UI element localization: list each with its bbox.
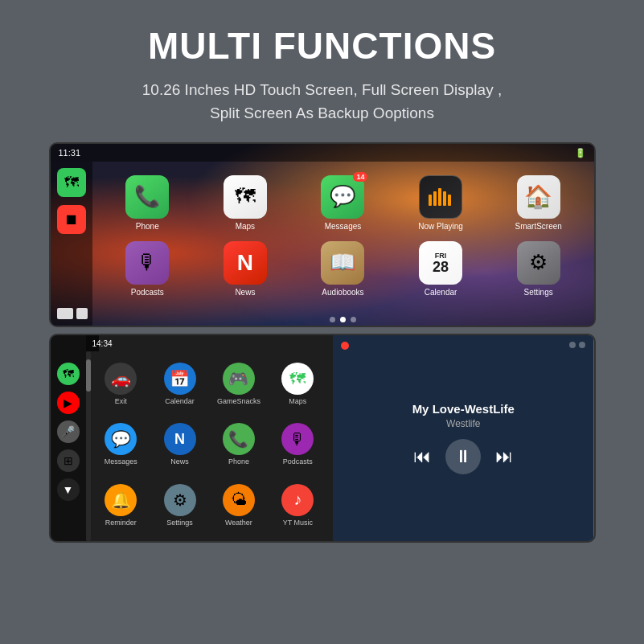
carplay-page-dots [92, 317, 594, 322]
carplay-view-toggle[interactable] [57, 308, 88, 319]
page-title: MULTI FUNCTIONS [148, 24, 496, 68]
android-app-icon-0: 🚗 [105, 363, 137, 395]
carplay-time: 11:31 [59, 148, 81, 158]
android-app-news[interactable]: NNews [151, 415, 208, 474]
android-app-label-4: Messages [105, 457, 137, 466]
android-app-reminder[interactable]: 🔔Reminder [92, 476, 150, 535]
android-app-icon-3: 🗺 [281, 363, 314, 395]
android-sidebar: 14:34 🗺 ▶ 🎤 ⊞ ▼ [51, 335, 86, 541]
play-pause-button[interactable]: ⏸ [445, 439, 481, 474]
android-app-icon-9: ⚙ [164, 484, 196, 516]
music-track-info: My Love-WestLife Westlife [412, 402, 515, 429]
music-panel: My Love-WestLife Westlife ⏮ ⏸ ⏭ [333, 335, 593, 541]
indicator-3 [579, 342, 585, 348]
android-app-maps[interactable]: 🗺Maps [269, 355, 326, 413]
carplay-app-icon-8: FRI28 [419, 241, 462, 285]
android-app-exit[interactable]: 🚗Exit [92, 355, 150, 413]
carplay-app-podcasts[interactable]: 🎙Podcasts [100, 237, 195, 300]
android-app-icon-8: 🔔 [105, 484, 137, 516]
indicator-2 [569, 342, 576, 348]
carplay-app-icon-9: ⚙ [517, 241, 560, 285]
carplay-app-smartscreen[interactable]: 🏠SmartScreen [491, 171, 586, 234]
carplay-app-label-7: Audiobooks [322, 288, 363, 297]
carplay-app-label-4: SmartScreen [515, 222, 562, 231]
carplay-app-icon-2: 💬14 [321, 175, 364, 219]
android-app-label-8: Reminder [105, 519, 137, 527]
carplay-app-now-playing[interactable]: Now Playing [393, 171, 488, 234]
carplay-app-icon-1: 🗺 [224, 175, 267, 219]
music-controls: ⏮ ⏸ ⏭ [413, 439, 513, 474]
sidebar-stop-icon[interactable]: ⏹ [57, 205, 86, 234]
android-nav-mic[interactable]: 🎤 [57, 420, 80, 443]
android-panel: 14:34 🗺 ▶ 🎤 ⊞ ▼ 🚗Exit📅Calendar🎮GameSnack… [51, 335, 334, 541]
carplay-app-icon-0: 📞 [125, 175, 169, 219]
android-app-calendar[interactable]: 📅Calendar [151, 355, 208, 413]
carplay-app-news[interactable]: NNews [198, 237, 293, 300]
android-app-label-7: Podcasts [283, 457, 313, 466]
android-app-icon-1: 📅 [164, 363, 196, 395]
android-app-label-9: Settings [166, 519, 193, 527]
android-app-label-3: Maps [289, 397, 306, 405]
music-artist: Westlife [412, 418, 515, 429]
android-scroll-thumb [86, 359, 91, 392]
prev-button[interactable]: ⏮ [413, 446, 431, 467]
carplay-app-label-8: Calendar [425, 288, 457, 297]
carplay-app-messages[interactable]: 💬14Messages [296, 171, 391, 234]
carplay-screen: 11:31 🔋 🗺 ⏹ 📞Phone🗺Maps💬14MessagesNow Pl… [49, 142, 596, 327]
screens-container: 11:31 🔋 🗺 ⏹ 📞Phone🗺Maps💬14MessagesNow Pl… [49, 142, 596, 543]
page-subtitle: 10.26 Inches HD Touch Screen, Full Scree… [94, 79, 550, 125]
android-apps-grid: 🚗Exit📅Calendar🎮GameSnacks🗺Maps💬MessagesN… [86, 335, 334, 541]
carplay-app-calendar[interactable]: FRI28Calendar [393, 237, 488, 300]
carplay-app-phone[interactable]: 📞Phone [100, 171, 195, 234]
android-status-bar: 14:34 [86, 335, 99, 351]
music-indicators [333, 342, 593, 350]
android-app-label-11: YT Music [283, 519, 313, 527]
android-app-label-5: News [170, 457, 189, 466]
next-button[interactable]: ⏭ [495, 446, 513, 467]
carplay-app-label-9: Settings [524, 288, 553, 297]
carplay-app-icon-3 [419, 175, 462, 219]
carplay-app-settings[interactable]: ⚙Settings [491, 237, 586, 300]
android-app-icon-7: 🎙 [281, 423, 314, 455]
carplay-status-bar: 11:31 🔋 [51, 144, 594, 162]
sidebar-maps-icon[interactable]: 🗺 [57, 168, 86, 197]
android-app-weather[interactable]: 🌤Weather [210, 476, 267, 535]
grid-icon [57, 308, 73, 319]
carplay-apps-grid: 📞Phone🗺Maps💬14MessagesNow Playing🏠SmartS… [92, 162, 594, 310]
carplay-app-audiobooks[interactable]: 📖Audiobooks [296, 237, 391, 300]
android-app-label-10: Weather [225, 519, 252, 527]
carplay-battery: 🔋 [575, 148, 586, 158]
recording-indicator [341, 342, 349, 350]
android-nav-maps[interactable]: 🗺 [57, 363, 80, 385]
android-app-label-1: Calendar [165, 397, 195, 405]
svg-rect-0 [429, 195, 432, 206]
carplay-app-icon-7: 📖 [321, 241, 364, 285]
carplay-app-label-5: Podcasts [131, 288, 164, 297]
carplay-app-label-6: News [235, 288, 255, 297]
carplay-app-label-3: Now Playing [418, 222, 463, 231]
android-app-phone[interactable]: 📞Phone [210, 415, 267, 474]
android-app-settings[interactable]: ⚙Settings [151, 476, 208, 535]
android-nav-youtube[interactable]: ▶ [57, 392, 80, 414]
carplay-app-label-1: Maps [236, 222, 255, 231]
dot-2 [340, 317, 346, 322]
split-screen: 14:34 🗺 ▶ 🎤 ⊞ ▼ 🚗Exit📅Calendar🎮GameSnack… [49, 334, 596, 543]
android-nav-grid[interactable]: ⊞ [57, 449, 80, 472]
android-app-messages[interactable]: 💬Messages [92, 415, 150, 474]
android-time: 14:34 [92, 339, 113, 348]
android-app-icon-6: 📞 [223, 423, 255, 455]
android-app-gamesnacks[interactable]: 🎮GameSnacks [210, 355, 267, 413]
carplay-app-icon-6: N [224, 241, 267, 285]
list-icon [76, 308, 88, 319]
svg-rect-2 [438, 188, 441, 206]
android-app-icon-10: 🌤 [223, 484, 255, 516]
android-nav-down[interactable]: ▼ [57, 478, 80, 501]
android-app-icon-5: N [164, 423, 196, 455]
carplay-app-maps[interactable]: 🗺Maps [198, 171, 293, 234]
android-scrollbar[interactable] [86, 351, 91, 541]
android-app-podcasts[interactable]: 🎙Podcasts [269, 415, 326, 474]
carplay-app-label-0: Phone [136, 222, 159, 231]
android-app-yt-music[interactable]: ♪YT Music [269, 476, 326, 535]
music-title: My Love-WestLife [412, 402, 515, 416]
carplay-app-icon-4: 🏠 [517, 175, 560, 219]
